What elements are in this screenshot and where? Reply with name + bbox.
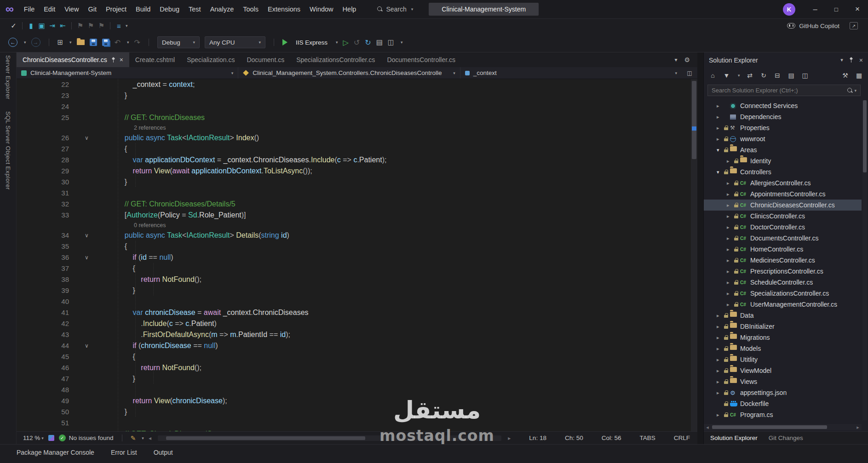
quick-search[interactable]: Search ▾	[373, 4, 418, 15]
member-dropdown[interactable]: _context ▾	[460, 67, 682, 79]
tool-tab-git-changes[interactable]: Git Changes	[764, 433, 808, 443]
code-text[interactable]: [Authorize(Policy = Sd.Role_Patient)]	[116, 210, 691, 221]
menu-window[interactable]: Window	[305, 0, 338, 18]
tree-item-medicinescontroller-cs[interactable]: ▸C#MedicinesController.cs	[704, 255, 862, 266]
code-editor[interactable]: 22 _context = context;23 }2425 // GET: C…	[17, 79, 697, 431]
save-button[interactable]	[90, 39, 97, 46]
code-text[interactable]: return NotFound();	[116, 362, 691, 373]
panel-tab-error-list[interactable]: Error List	[111, 449, 137, 456]
tree-item-allergiescontroller-cs[interactable]: ▸C#AllergiesController.cs	[704, 177, 862, 189]
tree-item-chronicdiseasescontroller-cs[interactable]: ▸C#ChronicDiseasesController.cs	[704, 200, 862, 211]
code-text[interactable]: _context = context;	[116, 79, 691, 90]
tree-item-prescriptionscontroller-cs[interactable]: ▸C#PrescriptionsController.cs	[704, 266, 862, 277]
menu-extensions[interactable]: Extensions	[263, 0, 305, 18]
editor-tab-create-cshtml[interactable]: Create.cshtml	[129, 52, 181, 67]
user-avatar[interactable]: K	[783, 3, 795, 16]
wrench-icon[interactable]: ⚒	[841, 72, 849, 79]
indentation-indicator[interactable]: TABS	[639, 434, 655, 441]
bookmark-prev-icon[interactable]: ⚑	[86, 22, 96, 30]
sync-with-active-document-icon[interactable]: ⇄	[746, 72, 754, 79]
project-dropdown[interactable]: Clinical-Management-System ▾	[17, 67, 238, 79]
chevron-collapsed-icon[interactable]: ▸	[727, 235, 734, 241]
code-text[interactable]: {	[116, 263, 691, 274]
toolbar-overflow-icon[interactable]: ▾	[401, 40, 403, 45]
menu-build[interactable]: Build	[131, 0, 155, 18]
chevron-collapsed-icon[interactable]: ▸	[717, 335, 724, 341]
send-feedback-icon[interactable]: ↗	[850, 22, 858, 29]
code-text[interactable]	[116, 101, 691, 112]
scrollbar-thumb[interactable]	[863, 100, 867, 172]
chevron-collapsed-icon[interactable]: ▸	[717, 412, 724, 418]
box-selection-icon[interactable]: ▮	[26, 22, 36, 30]
chevron-collapsed-icon[interactable]: ▸	[727, 158, 734, 164]
sidebar-tab-sql-server-object-explorer[interactable]: SQL Server Object Explorer	[5, 111, 11, 190]
close-button[interactable]: ×	[847, 0, 868, 18]
line-ending-indicator[interactable]: CRLF	[674, 434, 690, 441]
tree-item-schedulecontroller-cs[interactable]: ▸C#ScheduleController.cs	[704, 277, 862, 288]
chevron-collapsed-icon[interactable]: ▸	[727, 202, 734, 208]
pin-icon[interactable]	[111, 57, 115, 63]
bookmark-toggle-icon[interactable]: ⚑	[75, 22, 86, 30]
tool-tab-solution-explorer[interactable]: Solution Explorer	[706, 433, 762, 443]
chevron-down-icon[interactable]: ▾	[854, 88, 857, 93]
document-health-indicator[interactable]: ✓ No issues found	[59, 434, 114, 441]
active-files-dropdown-icon[interactable]: ▾	[674, 57, 677, 63]
solution-search-input[interactable]	[708, 87, 847, 94]
line-indicator[interactable]: Ln: 18	[529, 434, 546, 441]
code-text[interactable]: // GET: ChronicDiseases/Details/5	[116, 199, 691, 210]
navigate-back-dropdown-icon[interactable]: ▾	[24, 40, 26, 45]
tree-item-wwwroot[interactable]: ▸wwwroot	[704, 133, 862, 144]
code-text[interactable]	[116, 384, 691, 395]
code-text[interactable]	[116, 417, 691, 429]
solution-explorer-horizontal-scrollbar[interactable]: ◂ ▸	[704, 424, 862, 430]
chevron-down-icon[interactable]: ▾	[738, 73, 740, 78]
tree-item-dbinitializer[interactable]: ▸DBInitializer	[704, 321, 862, 332]
bookmark-next-icon[interactable]: ⚑	[96, 22, 107, 30]
codelens-references[interactable]: 2 references	[17, 123, 691, 132]
hscroll-right-arrow[interactable]: ▸	[508, 435, 511, 441]
editor-tab-chronicdiseasescontroller-cs[interactable]: ChronicDiseasesController.cs×	[17, 52, 129, 67]
preview-icon[interactable]: ◫	[801, 72, 809, 79]
menu-project[interactable]: Project	[101, 0, 131, 18]
zoom-control[interactable]: 112 % ▾	[23, 434, 44, 441]
menu-file[interactable]: File	[19, 0, 39, 18]
code-text[interactable]: var chronicDisease = await _context.Chro…	[116, 307, 691, 318]
chevron-down-icon[interactable]: ▾	[126, 23, 128, 28]
tree-item-specializationscontroller-cs[interactable]: ▸C#SpecializationsController.cs	[704, 288, 862, 299]
split-editor-icon[interactable]: ◫	[682, 67, 697, 79]
tree-item-dockerfile[interactable]: Dockerfile	[704, 398, 862, 409]
panel-tab-output[interactable]: Output	[154, 449, 173, 456]
fold-chevron-icon[interactable]: ∨	[69, 230, 116, 241]
chevron-collapsed-icon[interactable]: ▸	[727, 180, 734, 186]
indent-decrease-icon[interactable]: ⇤	[57, 22, 68, 30]
code-text[interactable]: // GET: ChronicDiseases/Create	[116, 429, 691, 431]
start-without-debugging-button[interactable]: ▷	[343, 38, 349, 47]
menu-tools[interactable]: Tools	[238, 0, 263, 18]
fold-chevron-icon[interactable]: ∨	[69, 340, 116, 351]
hscroll-left-arrow[interactable]: ◂	[149, 435, 151, 441]
undo-button[interactable]: ↶	[115, 38, 121, 47]
code-text[interactable]: return NotFound();	[116, 274, 691, 285]
start-debugging-button[interactable]	[282, 39, 287, 46]
tree-item-appsettings-json[interactable]: ▸⚙appsettings.json	[704, 387, 862, 398]
chevron-collapsed-icon[interactable]: ▸	[727, 269, 734, 274]
code-text[interactable]: // GET: ChronicDiseases	[116, 112, 691, 123]
tree-item-areas[interactable]: ▾Areas	[704, 144, 862, 155]
tree-item-migrations[interactable]: ▸Migrations	[704, 332, 862, 343]
code-text[interactable]: return View(chronicDisease);	[116, 395, 691, 406]
code-text[interactable]: public async Task<IActionResult> Index()	[116, 132, 691, 143]
run-target-dropdown-icon[interactable]: ▾	[336, 40, 338, 45]
save-all-button[interactable]	[102, 39, 109, 46]
chevron-collapsed-icon[interactable]: ▸	[727, 224, 734, 230]
window-layout-icon[interactable]: ◫	[388, 38, 394, 46]
scrollbar-thumb[interactable]	[166, 436, 365, 440]
code-text[interactable]	[116, 188, 691, 199]
character-indicator[interactable]: Ch: 50	[565, 434, 583, 441]
solution-platform-select[interactable]: Any CPU ▾	[205, 36, 265, 48]
chevron-collapsed-icon[interactable]: ▸	[727, 191, 734, 197]
tree-item-properties[interactable]: ▸⚒Properties	[704, 122, 862, 133]
home-icon[interactable]: ⌂	[709, 72, 717, 79]
tree-item-appointmentscontroller-cs[interactable]: ▸C#AppointmentsController.cs	[704, 189, 862, 200]
pin-icon[interactable]	[849, 57, 853, 63]
chevron-collapsed-icon[interactable]: ▸	[717, 313, 724, 319]
